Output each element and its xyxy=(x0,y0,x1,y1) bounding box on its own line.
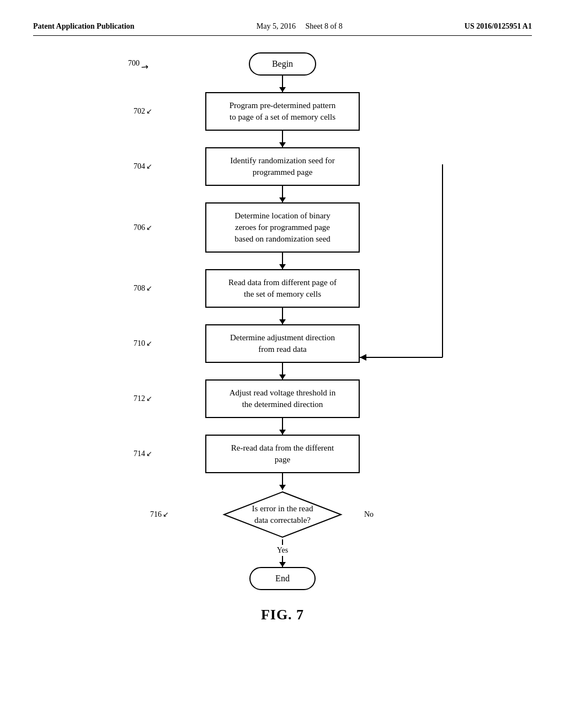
arrow-7 xyxy=(282,418,283,435)
label-714: 714 ↙ xyxy=(134,449,152,458)
label-712: 712 ↙ xyxy=(134,394,152,403)
yes-label: Yes xyxy=(277,546,288,555)
label-704: 704 ↙ xyxy=(134,162,152,171)
node-714: 714 ↙ Re-read data from the different pa… xyxy=(205,435,360,473)
checkmark-708: ↙ xyxy=(146,284,152,293)
label-708: 708 ↙ xyxy=(134,284,152,293)
checkmark-716: ↙ xyxy=(163,510,169,519)
node-710-wrapper: 710 ↙ Determine adjustment direction fro… xyxy=(205,324,360,363)
arrow-5 xyxy=(282,308,283,324)
rect-712: Adjust read voltage threshold in the det… xyxy=(205,379,360,418)
rect-702: Program pre-determined pattern to page o… xyxy=(205,92,360,131)
yes-arrow xyxy=(282,556,283,567)
label-706: 706 ↙ xyxy=(134,223,152,232)
node-712: 712 ↙ Adjust read voltage threshold in t… xyxy=(205,379,360,418)
node-708: 708 ↙ Read data from different page of t… xyxy=(205,269,360,308)
header-publication: Patent Application Publication xyxy=(33,22,135,31)
begin-oval: Begin xyxy=(249,52,316,76)
node-end: End xyxy=(249,567,316,590)
yes-line-top xyxy=(282,539,283,545)
node-702: 702 ↙ Program pre-determined pattern to … xyxy=(205,92,360,131)
fig-label: FIG. 7 xyxy=(33,607,532,623)
arrow-4 xyxy=(282,253,283,269)
rect-710: Determine adjustment direction from read… xyxy=(205,324,360,363)
node-704: 704 ↙ Identify randomization seed for pr… xyxy=(205,147,360,186)
diamond-716: Is error in the read data correctable? xyxy=(222,490,343,539)
checkmark-710: ↙ xyxy=(146,339,152,348)
rect-704: Identify randomization seed for programm… xyxy=(205,147,360,186)
label-700: 700 xyxy=(128,59,140,68)
header-sheet: Sheet 8 of 8 xyxy=(305,22,342,30)
page-header: Patent Application Publication May 5, 20… xyxy=(33,22,532,36)
arrow-3 xyxy=(282,186,283,202)
arrow-1 xyxy=(282,76,283,92)
node-begin: Begin xyxy=(249,52,316,76)
arrow-2 xyxy=(282,131,283,147)
label-716: 716 ↙ xyxy=(150,510,169,519)
no-label: No xyxy=(364,510,374,519)
checkmark-706: ↙ xyxy=(146,223,152,232)
svg-marker-2 xyxy=(360,354,366,361)
label-710: 710 ↙ xyxy=(134,339,152,348)
rect-708: Read data from different page of the set… xyxy=(205,269,360,308)
node-710: 710 ↙ Determine adjustment direction fro… xyxy=(205,324,360,363)
checkmark-704: ↙ xyxy=(146,162,152,171)
rect-714: Re-read data from the different page xyxy=(205,435,360,473)
node-716-wrapper: 716 ↙ Is error in the read data correcta… xyxy=(222,490,343,539)
label-702: 702 ↙ xyxy=(134,107,152,116)
header-center: May 5, 2016 Sheet 8 of 8 xyxy=(257,22,343,31)
arrow-8 xyxy=(282,473,283,490)
yes-branch: Yes xyxy=(277,539,288,567)
header-date: May 5, 2016 xyxy=(257,22,296,30)
diamond-text-716: Is error in the read data correctable? xyxy=(236,503,330,526)
checkmark-714: ↙ xyxy=(146,449,152,458)
checkmark-712: ↙ xyxy=(146,394,152,403)
end-oval: End xyxy=(249,567,316,590)
feedback-arrow xyxy=(360,164,454,368)
page: Patent Application Publication May 5, 20… xyxy=(0,0,565,728)
checkmark-702: ↙ xyxy=(146,107,152,116)
rect-706: Determine location of binary zeroes for … xyxy=(205,202,360,253)
arrow-700-icon: ↗ xyxy=(138,60,151,73)
node-706: 706 ↙ Determine location of binary zeroe… xyxy=(205,202,360,253)
arrow-6 xyxy=(282,363,283,379)
header-patent: US 2016/0125951 A1 xyxy=(465,22,532,31)
